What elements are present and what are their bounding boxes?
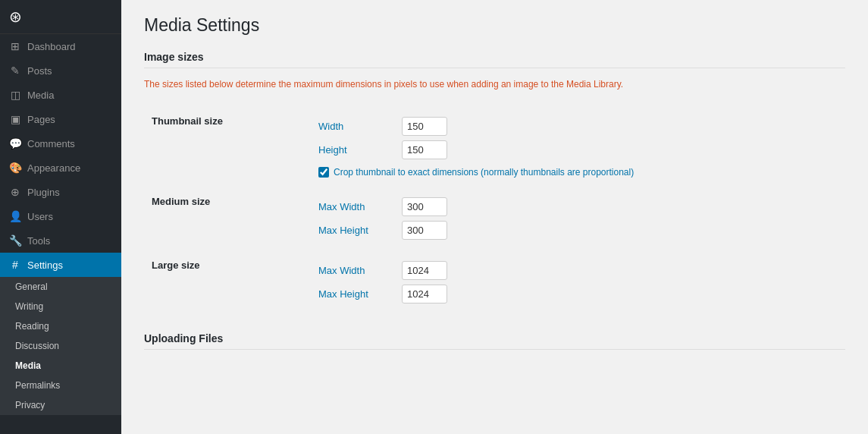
large-height-row: Max Height xyxy=(318,285,838,303)
sidebar-item-media[interactable]: ◫ Media xyxy=(0,83,121,107)
large-fields: Max Width Max Height xyxy=(311,250,845,314)
sidebar-item-posts[interactable]: ✎ Posts xyxy=(0,58,121,83)
sidebar-item-dashboard[interactable]: ⊞ Dashboard xyxy=(0,34,121,58)
medium-width-row: Max Width xyxy=(318,197,838,216)
thumbnail-row: Thumbnail size Width Height Crop thum xyxy=(144,106,845,187)
image-sizes-title: Image sizes xyxy=(144,51,845,68)
large-width-input[interactable] xyxy=(402,261,447,280)
thumbnail-crop-row: Crop thumbnail to exact dimensions (norm… xyxy=(318,164,838,181)
uploading-files-section: Uploading Files xyxy=(144,332,845,350)
sidebar-item-tools[interactable]: 🔧 Tools xyxy=(0,228,121,253)
large-max-height-label: Max Height xyxy=(318,288,394,300)
submenu-reading[interactable]: Reading xyxy=(0,316,121,336)
thumbnail-width-row: Width xyxy=(318,117,838,136)
thumbnail-fields: Width Height Crop thumbnail to exact dim… xyxy=(311,106,845,187)
tools-icon: 🔧 xyxy=(9,234,21,247)
medium-width-input[interactable] xyxy=(402,197,447,216)
thumbnail-crop-checkbox[interactable] xyxy=(318,167,329,178)
appearance-icon: 🎨 xyxy=(9,162,21,174)
thumbnail-height-row: Height xyxy=(318,140,838,159)
image-sizes-info: The sizes listed below determine the max… xyxy=(144,77,845,91)
posts-icon: ✎ xyxy=(9,64,21,77)
wp-logo-icon: ⊛ xyxy=(9,8,22,26)
media-icon: ◫ xyxy=(9,89,21,101)
thumbnail-width-input[interactable] xyxy=(402,117,447,136)
medium-height-row: Max Height xyxy=(318,221,838,240)
sidebar-item-appearance[interactable]: 🎨 Appearance xyxy=(0,156,121,180)
users-icon: 👤 xyxy=(9,210,21,222)
sidebar-item-settings[interactable]: # Settings xyxy=(0,253,121,277)
sidebar-item-pages[interactable]: ▣ Pages xyxy=(0,107,121,131)
submenu-privacy[interactable]: Privacy xyxy=(0,395,121,415)
uploading-files-title: Uploading Files xyxy=(144,332,845,350)
submenu-writing[interactable]: Writing xyxy=(0,297,121,316)
medium-max-height-label: Max Height xyxy=(318,225,394,236)
medium-row: Medium size Max Width Max Height xyxy=(144,187,845,250)
medium-label: Medium size xyxy=(144,187,311,250)
thumbnail-label: Thumbnail size xyxy=(144,106,311,187)
settings-table: Thumbnail size Width Height Crop thum xyxy=(144,106,845,314)
image-sizes-section: Image sizes The sizes listed below deter… xyxy=(144,51,845,314)
submenu-media[interactable]: Media xyxy=(0,356,121,376)
page-title: Media Settings xyxy=(144,15,845,36)
main-content: Media Settings Image sizes The sizes lis… xyxy=(121,0,868,434)
sidebar: ⊛ ⊞ Dashboard ✎ Posts ◫ Media ▣ Pages 💬 … xyxy=(0,0,121,434)
comments-icon: 💬 xyxy=(9,137,21,149)
large-max-width-label: Max Width xyxy=(318,265,394,276)
thumbnail-width-label: Width xyxy=(318,121,394,132)
large-label: Large size xyxy=(144,250,311,314)
settings-submenu: General Writing Reading Discussion Media… xyxy=(0,277,121,415)
pages-icon: ▣ xyxy=(9,113,21,125)
settings-icon: # xyxy=(9,259,21,271)
submenu-discussion[interactable]: Discussion xyxy=(0,336,121,356)
large-row: Large size Max Width Max Height xyxy=(144,250,845,314)
submenu-general[interactable]: General xyxy=(0,277,121,297)
plugins-icon: ⊕ xyxy=(9,186,21,198)
thumbnail-height-input[interactable] xyxy=(402,140,447,159)
large-width-row: Max Width xyxy=(318,261,838,280)
submenu-permalinks[interactable]: Permalinks xyxy=(0,376,121,395)
medium-max-width-label: Max Width xyxy=(318,201,394,212)
sidebar-item-plugins[interactable]: ⊕ Plugins xyxy=(0,180,121,204)
sidebar-item-comments[interactable]: 💬 Comments xyxy=(0,131,121,156)
sidebar-item-users[interactable]: 👤 Users xyxy=(0,204,121,228)
medium-height-input[interactable] xyxy=(402,221,447,240)
thumbnail-crop-label: Crop thumbnail to exact dimensions (norm… xyxy=(334,167,634,178)
thumbnail-height-label: Height xyxy=(318,144,394,156)
site-logo: ⊛ xyxy=(0,0,121,34)
large-height-input[interactable] xyxy=(402,285,447,303)
dashboard-icon: ⊞ xyxy=(9,40,21,52)
medium-fields: Max Width Max Height xyxy=(311,187,845,250)
